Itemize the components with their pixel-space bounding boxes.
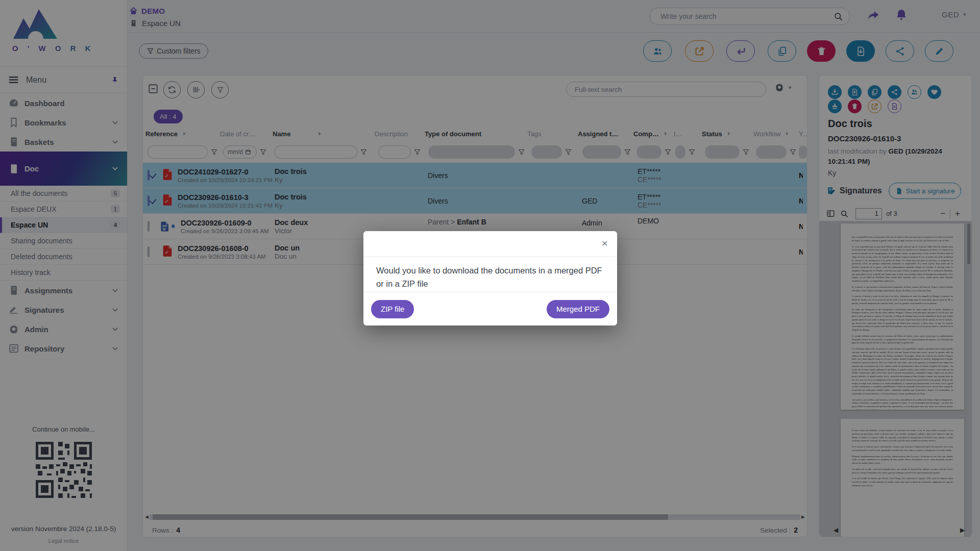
download-options-modal: × Would you like to download the documen…: [363, 231, 617, 325]
modal-footer: ZIP file Merged PDF: [363, 292, 617, 325]
merged-pdf-button[interactable]: Merged PDF: [547, 300, 609, 318]
modal-header: ×: [363, 231, 617, 257]
close-icon[interactable]: ×: [602, 238, 608, 248]
app-root: O ' W O R K Menu Dashboard: [0, 0, 980, 551]
zip-file-button[interactable]: ZIP file: [371, 300, 414, 318]
